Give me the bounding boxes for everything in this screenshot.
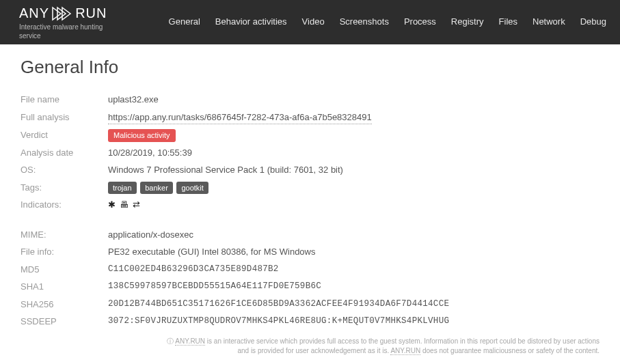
brand-left: ANY xyxy=(19,5,49,21)
label-filename: File name xyxy=(21,93,108,107)
nav-behavior[interactable]: Behavior activities xyxy=(215,16,287,27)
label-sha1: SHA1 xyxy=(21,280,108,294)
label-indicators: Indicators: xyxy=(21,198,108,212)
value-sha1: 138C59978597BCEBDD55515A64E117FD0E759B6C xyxy=(108,280,321,294)
nav-process[interactable]: Process xyxy=(404,16,436,27)
nav-general[interactable]: General xyxy=(169,16,200,27)
value-fileinfo: PE32 executable (GUI) Intel 80386, for M… xyxy=(108,245,315,259)
label-tags: Tags: xyxy=(21,181,108,195)
disclaimer-brand2: ANY.RUN xyxy=(390,347,420,355)
nav-screenshots[interactable]: Screenshots xyxy=(340,16,389,27)
disclaimer-brand1: ANY.RUN xyxy=(175,337,205,346)
disclaimer-text2: does not guarantee maliciousness or safe… xyxy=(420,347,599,354)
value-ssdeep: 3072:SF0VJRUZUXTMP8QUDROV7MHKS4PKL46RE8U… xyxy=(108,315,449,328)
page-title: General Info xyxy=(21,57,599,78)
label-fileinfo: File info: xyxy=(21,245,108,259)
value-date: 10/28/2019, 10:55:39 xyxy=(108,146,192,160)
value-mime: application/x-dosexec xyxy=(108,228,193,242)
label-sha256: SHA256 xyxy=(21,298,108,311)
label-date: Analysis date xyxy=(21,146,108,160)
logo[interactable]: ANY RUN xyxy=(19,5,122,21)
value-os: Windows 7 Professional Service Pack 1 (b… xyxy=(108,163,343,177)
label-md5: MD5 xyxy=(21,263,108,277)
value-tags: trojan banker gootkit xyxy=(108,181,210,195)
disclaimer: ⓘ ANY.RUN is an interactive service whic… xyxy=(21,337,599,356)
nav-debug[interactable]: Debug xyxy=(580,16,606,27)
top-header: ANY RUN Interactive malware hunting serv… xyxy=(0,0,620,44)
label-fullanalysis: Full analysis xyxy=(21,111,108,125)
label-os: OS: xyxy=(21,163,108,177)
content: General Info File nameuplast32.exe Full … xyxy=(0,44,620,364)
tag[interactable]: banker xyxy=(140,182,173,195)
nav-video[interactable]: Video xyxy=(302,16,325,27)
value-indicators: ✱ 🖶 ⇄ xyxy=(108,198,140,212)
tag[interactable]: gootkit xyxy=(176,182,208,195)
label-ssdeep: SSDEEP xyxy=(21,315,108,328)
verdict-badge: Malicious activity xyxy=(108,129,176,142)
nav-registry[interactable]: Registry xyxy=(451,16,484,27)
print-icon: 🖶 xyxy=(120,198,129,212)
value-verdict: Malicious activity xyxy=(108,128,176,142)
value-fullanalysis[interactable]: https://app.any.run/tasks/6867645f-7282-… xyxy=(108,111,372,125)
value-md5: C11C002ED4B63296D3CA735E89D487B2 xyxy=(108,263,279,277)
nav-network[interactable]: Network xyxy=(533,16,565,27)
label-verdict: Verdict xyxy=(21,128,108,142)
network-icon: ⇄ xyxy=(133,198,140,212)
info-icon: ⓘ xyxy=(167,337,175,345)
value-sha256: 20D12B744BD651C35171626F1CE6D85BD9A3362A… xyxy=(108,298,449,311)
nav-files[interactable]: Files xyxy=(499,16,517,27)
main-nav: General Behavior activities Video Screen… xyxy=(169,5,606,27)
logo-area: ANY RUN Interactive malware hunting serv… xyxy=(19,5,122,40)
tag[interactable]: trojan xyxy=(108,182,137,195)
brand-right: RUN xyxy=(75,5,107,21)
tagline: Interactive malware hunting service xyxy=(19,23,122,40)
label-mime: MIME: xyxy=(21,228,108,242)
value-filename: uplast32.exe xyxy=(108,93,159,107)
play-icon xyxy=(52,6,72,21)
bug-icon: ✱ xyxy=(108,198,116,212)
